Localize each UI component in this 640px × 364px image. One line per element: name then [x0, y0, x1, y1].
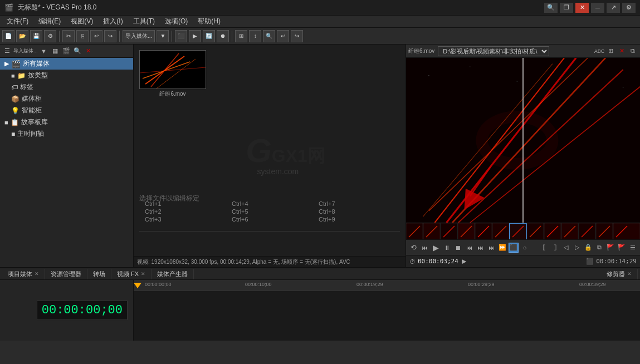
tb-undo[interactable]: ↩ [90, 30, 102, 42]
preview-svg [406, 58, 640, 223]
minimize-btn[interactable]: ─ [591, 3, 604, 13]
tb-import[interactable]: 导入媒体... [123, 30, 155, 42]
ctrl-btn16[interactable]: ⧉ [594, 243, 604, 253]
svg-point-8 [470, 66, 470, 67]
menu-insert[interactable]: 插入(I) [99, 16, 127, 27]
menu-view[interactable]: 视图(V) [66, 16, 97, 27]
tb-arrow[interactable]: ↕ [249, 30, 261, 42]
tab-close-3[interactable]: ✕ [141, 271, 145, 277]
ctrl-btn8[interactable]: ⏩ [497, 243, 507, 253]
ctrl-btn15[interactable]: 🔒 [583, 243, 593, 253]
tree-storyboard[interactable]: ■ 📋 故事板库 [0, 116, 133, 128]
tb-redo[interactable]: ↪ [104, 30, 116, 42]
thumbnail-label: 纤维6.mov [139, 90, 206, 98]
tb-redo2[interactable]: ↪ [291, 30, 303, 42]
panel-close[interactable]: ✕ [84, 46, 94, 56]
ctrl-next-frame[interactable]: ⏭ [475, 243, 485, 253]
menu-tools[interactable]: 工具(T) [129, 16, 159, 27]
panel-btn3[interactable]: 🎬 [61, 46, 71, 56]
media-status-bar: 视频: 1920x1080x32, 30.000 fps, 00:00:14;2… [134, 256, 406, 267]
ctrl-mark-in[interactable]: ◁ [561, 243, 571, 253]
preview-detach-btn[interactable]: ⧉ [628, 46, 638, 56]
titlebar: 🎬 无标题* - VEGAS Pro 18.0 🔍 ❐ ✕ ─ ↗ ⚙ [0, 0, 640, 16]
panel-view-btn[interactable]: ▼ [39, 46, 49, 56]
tb-save[interactable]: 💾 [30, 30, 42, 42]
ctrl-stop[interactable]: ⏹ [453, 243, 463, 253]
menu-edit[interactable]: 编辑(E) [34, 16, 65, 27]
ctrl-flag-red[interactable]: 🚩 [617, 243, 627, 253]
tree-tags[interactable]: 🏷 标签 [0, 81, 133, 93]
tb-new[interactable]: 📄 [2, 30, 14, 42]
panel-menu-btn[interactable]: ☰ [2, 46, 12, 56]
preview-controls: ⟲ ⏮ ▶ ⏸ ⏹ ⏮ ⏭ ⏭ ⏩ ⬛ ○ ⟦ ⟧ ◁ ▷ 🔒 ⧉ 🚩 🚩 ☰ [406, 239, 640, 255]
preview-timecode-bar: ⏱ 00:00:03;24 ▶ ⬛ 00:00:14;29 [406, 255, 640, 267]
tb-zoom-in[interactable]: 🔍 [263, 30, 275, 42]
settings-btn[interactable]: ⚙ [622, 3, 636, 13]
timeline-tracks[interactable] [134, 291, 640, 341]
tree-by-type[interactable]: ■ 📁 按类型 [0, 70, 133, 81]
ctrl-prev-frame[interactable]: ⏮ [464, 243, 474, 253]
ctrl-btn9[interactable]: ⬛ [509, 243, 519, 253]
search-btn[interactable]: 🔍 [544, 3, 558, 13]
preview-abc-btn[interactable]: ABC [594, 46, 604, 56]
tb-open[interactable]: 📂 [16, 30, 28, 42]
panel-search[interactable]: 🔍 [72, 46, 82, 56]
preview-close-btn[interactable]: ✕ [617, 46, 627, 56]
tab-close-0[interactable]: ✕ [35, 271, 39, 277]
ctrl-step-forward[interactable]: ⏭ [486, 243, 496, 253]
ctrl-mark-out[interactable]: ▷ [572, 243, 582, 253]
ctrl-step-back[interactable]: ⏮ [419, 243, 429, 253]
svg-rect-37 [613, 223, 640, 239]
tree-smart-bin[interactable]: 💡 智能柜 [0, 105, 133, 116]
toolbar-sep-3 [172, 31, 172, 42]
filmstrip-svg [406, 223, 640, 239]
preview-path-dropdown[interactable]: D:\影视后期\视频素材\非实拍\材质\ [438, 46, 549, 56]
tree-all-media[interactable]: ▶ 🎬 所有媒体 [0, 58, 133, 70]
tb-copy[interactable]: ⎘ [76, 30, 89, 42]
timeline-ruler: 00:00:00;00 00:00:10;00 00:00:19;29 00:0… [134, 280, 640, 291]
tab-project-media[interactable]: 项目媒体 ✕ [2, 269, 45, 279]
restore-btn[interactable]: ❐ [560, 3, 573, 13]
panel-btn2[interactable]: ▦ [50, 46, 60, 56]
timeline-timecode[interactable]: 00:00:00;00 [37, 301, 128, 320]
tc-total: 00:00:14;29 [596, 258, 637, 265]
media-thumbnail[interactable] [139, 50, 206, 89]
preview-grid-btn[interactable]: ⊞ [605, 46, 615, 56]
panel-import-btn[interactable]: 导入媒体... [13, 46, 38, 56]
tab-media-generator[interactable]: 媒体产生器 [152, 269, 194, 279]
menu-file[interactable]: 文件(F) [2, 16, 33, 27]
menu-options[interactable]: 选项(O) [160, 16, 192, 27]
tree-media-bin[interactable]: 📦 媒体柜 [0, 93, 133, 105]
tb-gear[interactable]: ⚙ [44, 30, 56, 42]
menu-help[interactable]: 帮助(H) [193, 16, 225, 27]
ctrl-menu[interactable]: ☰ [628, 243, 638, 253]
playhead-triangle [134, 283, 141, 288]
tb-preview[interactable]: ▶ [189, 30, 201, 42]
close-window-btn[interactable]: ✕ [575, 3, 589, 13]
tb-grid[interactable]: ⊞ [235, 30, 247, 42]
ctrl-play[interactable]: ▶ [431, 243, 441, 253]
ruler-2: 00:00:19;29 [356, 282, 383, 287]
ctrl-in[interactable]: ⟦ [539, 243, 549, 253]
tb-render[interactable]: ⬛ [175, 30, 187, 42]
tb-record[interactable]: ⏺ [217, 30, 229, 42]
ctrl-btn10[interactable]: ○ [520, 243, 530, 253]
share-btn[interactable]: ↗ [607, 3, 620, 13]
svg-point-7 [428, 75, 429, 76]
tab-close-trimmer[interactable]: ✕ [627, 271, 632, 277]
tab-video-fx[interactable]: 视频 FX ✕ [111, 269, 152, 279]
tb-btn5[interactable]: ▼ [157, 30, 169, 42]
tab-trimmer[interactable]: 修剪器 ✕ [601, 269, 638, 279]
ctrl-out[interactable]: ⟧ [550, 243, 560, 253]
tab-transitions[interactable]: 转场 [87, 269, 111, 279]
tb-loop[interactable]: 🔄 [203, 30, 215, 42]
toolbar-sep-4 [232, 31, 232, 42]
tree-main-timeline[interactable]: ■ 主时间轴 [0, 128, 133, 140]
ruler-1: 00:00:10;00 [245, 282, 272, 287]
tab-asset-manager[interactable]: 资源管理器 [45, 269, 87, 279]
ctrl-pause[interactable]: ⏸ [442, 243, 452, 253]
ctrl-flag-green[interactable]: 🚩 [605, 243, 615, 253]
ctrl-loop[interactable]: ⟲ [408, 243, 418, 253]
tb-cut[interactable]: ✂ [62, 30, 75, 42]
tb-undo2[interactable]: ↩ [277, 30, 289, 42]
